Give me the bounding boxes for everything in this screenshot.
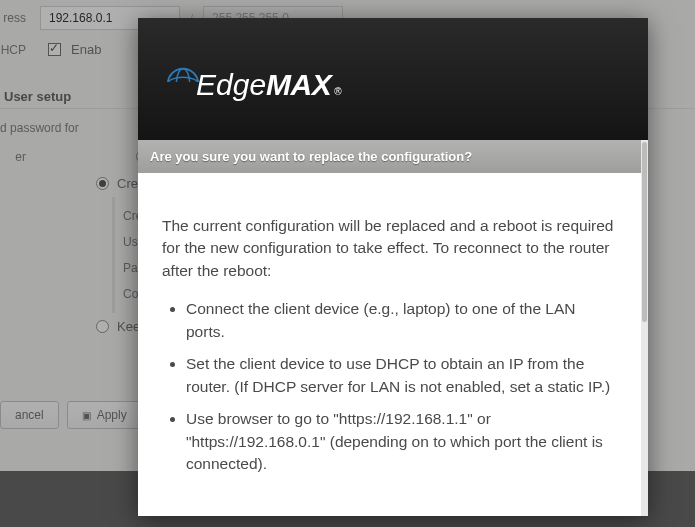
svg-point-2 (168, 77, 198, 90)
modal-bullet-list: Connect the client device (e.g., laptop)… (162, 298, 617, 475)
list-item: Connect the client device (e.g., laptop)… (186, 298, 617, 343)
modal-title: Are you sure you want to replace the con… (138, 140, 641, 173)
scrollbar-thumb[interactable] (642, 142, 647, 322)
modal-header: EdgeMAX® (138, 18, 648, 140)
globe-icon (164, 63, 202, 101)
list-item: Use browser to go to "https://192.168.1.… (186, 408, 617, 475)
list-item: Set the client device to use DHCP to obt… (186, 353, 617, 398)
svg-point-3 (176, 68, 189, 98)
logo-trademark: ® (334, 86, 341, 97)
scrollbar-track[interactable] (641, 140, 648, 516)
edgemax-logo: EdgeMAX® (164, 57, 342, 102)
modal-paragraph: The current configuration will be replac… (162, 215, 617, 282)
svg-point-1 (168, 68, 198, 98)
logo-text-edge: Edge (196, 68, 266, 102)
logo-text-max: MAX (266, 68, 331, 102)
modal-body: The current configuration will be replac… (138, 173, 641, 510)
confirm-modal: EdgeMAX® Are you sure you want to replac… (138, 18, 648, 516)
